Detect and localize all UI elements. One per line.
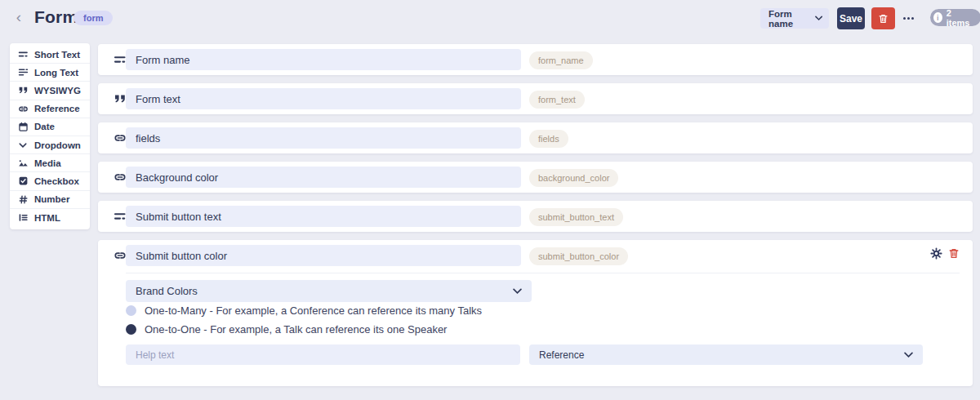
machine-name-badge: form_name [529,51,593,69]
html-icon [17,212,29,224]
number-icon [17,193,29,205]
sidebar-item-short-text[interactable]: Short Text [10,46,90,64]
sidebar-item-label: Checkbox [34,176,79,186]
field-row-submit-button-color[interactable]: submit_button_color Brand Colors One-to-… [98,240,973,386]
field-label-input[interactable] [126,245,521,266]
relation-option-label: One-to-Many - For example, a Conference … [145,304,482,317]
wysiwyg-icon [17,85,29,96]
checkbox-icon [17,176,29,187]
reference-icon [114,131,127,144]
gear-icon [930,247,942,260]
reference-icon [17,103,29,114]
relation-option-label: One-to-One - For example, a Talk can ref… [145,323,447,336]
trash-icon [948,247,960,260]
machine-name-badge: background_color [529,169,618,187]
slug-badge: form [74,11,113,25]
chevron-down-icon [815,16,822,21]
sidebar-item-label: Reference [34,104,80,113]
sidebar-item-long-text[interactable]: Long Text [10,64,90,82]
field-row-form-text[interactable]: form_text [98,83,973,114]
more-options-button[interactable] [898,7,918,29]
fields-list: form_name form_text fields background_co… [98,44,973,394]
chevron-down-icon [513,288,522,295]
field-label-input[interactable] [126,206,521,227]
field-row-background-color[interactable]: background_color [98,162,973,193]
machine-name-badge: form_text [529,91,585,109]
save-button[interactable]: Save [837,7,865,29]
reference-object-type-select[interactable]: Brand Colors [126,280,532,302]
short-text-icon [114,53,127,66]
field-type-select[interactable]: Reference [529,344,923,365]
sidebar-item-date[interactable]: Date [10,118,90,136]
help-text-input[interactable] [126,344,520,365]
sidebar-item-media[interactable]: Media [10,154,90,172]
field-label-input[interactable] [126,127,521,149]
sidebar-item-wysiwyg[interactable]: WYSIWYG [10,82,90,100]
back-chevron-icon[interactable]: ‹ [11,8,26,26]
object-title-field-select[interactable]: Form name [760,8,829,29]
field-settings-button[interactable] [930,247,942,260]
chevron-down-icon [904,352,913,358]
field-label-input[interactable] [126,167,521,188]
machine-name-badge: submit_button_color [529,247,628,265]
sidebar-item-label: Dropdown [34,140,81,150]
sidebar-item-number[interactable]: Number [10,191,90,209]
field-row-submit-button-text[interactable]: submit_button_text [98,201,973,232]
machine-name-badge: submit_button_text [529,208,623,226]
reference-icon [114,249,127,262]
sidebar-item-label: Long Text [34,68,78,78]
reference-icon [114,171,127,184]
wysiwyg-icon [114,92,127,105]
long-text-icon [17,67,29,78]
relation-option-one-to-many[interactable]: One-to-Many - For example, a Conference … [126,304,482,317]
radio-icon [126,324,136,335]
field-label-input[interactable] [126,88,521,109]
field-type-value: Reference [539,349,584,361]
sidebar-item-label: WYSIWYG [34,86,81,96]
sidebar-item-checkbox[interactable]: Checkbox [10,172,90,190]
date-icon [17,121,29,132]
sidebar-item-html[interactable]: HTML [10,209,90,227]
short-text-icon [114,210,127,223]
machine-name-badge: fields [529,130,568,148]
divider [126,273,960,273]
reference-object-type-value: Brand Colors [136,285,198,297]
sidebar-item-reference[interactable]: Reference [10,100,90,118]
trash-icon [878,13,889,24]
sidebar-item-dropdown[interactable]: Dropdown [10,136,90,154]
sidebar-item-label: Media [34,158,61,168]
info-icon: i [933,12,942,23]
short-text-icon [17,49,29,60]
delete-button[interactable] [871,7,895,29]
sidebar-item-label: Number [34,194,69,204]
items-count-label: 2 items [947,8,972,28]
field-label-input[interactable] [126,49,521,70]
media-icon [17,158,29,169]
page-title: Form [34,7,78,27]
field-delete-button[interactable] [948,247,960,260]
field-row-form-name[interactable]: form_name [98,44,973,75]
relation-option-one-to-one[interactable]: One-to-One - For example, a Talk can ref… [126,323,447,336]
object-title-field-label: Form name [768,9,815,29]
radio-icon [126,305,136,316]
sidebar-item-label: HTML [34,213,60,223]
sidebar-item-label: Date [34,122,55,131]
items-count-badge: i 2 items [930,9,980,26]
dropdown-icon [17,140,29,151]
field-row-fields[interactable]: fields [98,122,973,153]
field-types-sidebar: Short Text Long Text WYSIWYG Reference D… [10,43,90,229]
sidebar-item-label: Short Text [34,50,80,60]
